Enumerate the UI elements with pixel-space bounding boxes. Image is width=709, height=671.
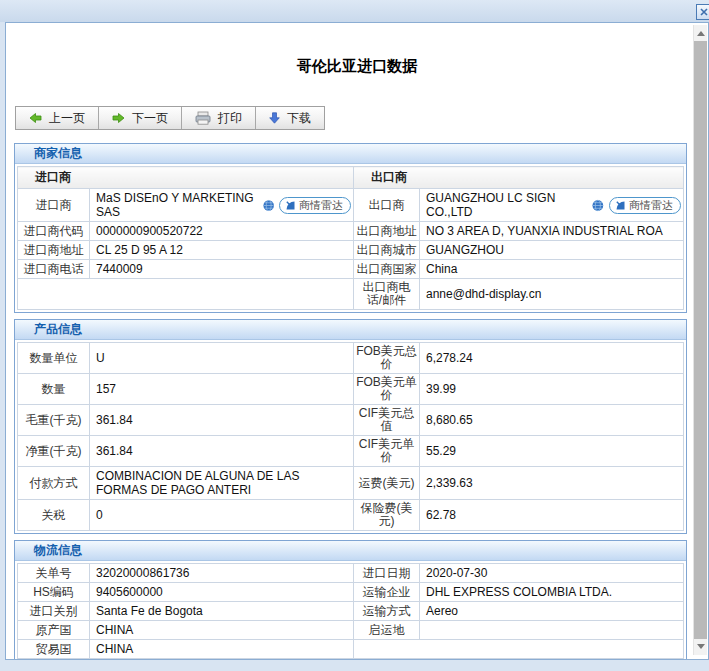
field-value: Santa Fe de Bogota — [90, 602, 354, 621]
table-row: 贸易国 CHINA — [18, 640, 684, 659]
field-label: 数量 — [18, 374, 90, 405]
radar-icon — [615, 200, 626, 211]
table-row: 付款方式 COMBINACION DE ALGUNA DE LAS FORMAS… — [18, 467, 684, 500]
table-row: 进口商 MaS DISEnO Y MARKETING SAS — [18, 189, 684, 222]
field-value: 2,339.63 — [420, 467, 684, 500]
field-label: 运费(美元) — [354, 467, 420, 500]
radar-badge-label: 商情雷达 — [629, 198, 673, 212]
window-title-strip — [0, 0, 709, 22]
section-logistics-info: 物流信息 关单号 32020000861736 进口日期 2020-07-30 … — [14, 540, 687, 660]
product-table: 数量单位 U FOB美元总价 6,278.24 数量 157 FOB美元单价 3… — [17, 342, 684, 531]
table-row: 进口商 出口商 — [18, 167, 684, 189]
importer-name-cell: MaS DISEnO Y MARKETING SAS — [90, 189, 354, 222]
table-row: 原产国 CHINA 启运地 — [18, 621, 684, 640]
field-value: 0000000900520722 — [90, 222, 354, 241]
vertical-scrollbar[interactable] — [693, 25, 707, 655]
import-record-panel: 哥伦比亚进口数据 上一页 下一页 打印 下载 — [5, 22, 709, 660]
field-value: U — [90, 343, 354, 374]
field-label: 运输方式 — [354, 602, 420, 621]
table-row: 出口商电话/邮件 anne@dhd-display.cn — [18, 279, 684, 310]
table-row: 进口关别 Santa Fe de Bogota 运输方式 Aereo — [18, 602, 684, 621]
logistics-section-header: 物流信息 — [15, 541, 686, 561]
next-page-button[interactable]: 下一页 — [99, 107, 182, 129]
field-label: 出口商国家 — [354, 260, 420, 279]
field-label: 进口商地址 — [18, 241, 90, 260]
prev-page-button[interactable]: 上一页 — [16, 107, 99, 129]
field-value: 361.84 — [90, 436, 354, 467]
scroll-down-button[interactable] — [696, 642, 705, 651]
print-button[interactable]: 打印 — [182, 107, 256, 129]
field-value: 62.78 — [420, 500, 684, 531]
table-row: 关税 0 保险费(美元) 62.78 — [18, 500, 684, 531]
radar-icon — [285, 200, 296, 211]
page-title: 哥伦比亚进口数据 — [6, 23, 708, 77]
download-button[interactable]: 下载 — [256, 107, 324, 129]
field-value: 361.84 — [90, 405, 354, 436]
prev-arrow-icon — [29, 112, 42, 124]
radar-badge-label: 商情雷达 — [299, 198, 343, 212]
field-label: FOB美元总价 — [354, 343, 420, 374]
empty-cell — [354, 640, 684, 659]
scroll-up-button[interactable] — [696, 29, 705, 38]
scroll-down-icon — [697, 644, 705, 649]
field-value: 55.29 — [420, 436, 684, 467]
field-value: China — [420, 260, 684, 279]
table-row: 进口商地址 CL 25 D 95 A 12 出口商城市 GUANGZHOU — [18, 241, 684, 260]
prev-page-label: 上一页 — [49, 110, 85, 127]
field-label: 运输企业 — [354, 583, 420, 602]
globe-icon[interactable] — [263, 199, 274, 212]
field-value: 2020-07-30 — [420, 564, 684, 583]
scroll-up-icon — [697, 31, 705, 36]
radar-badge-button[interactable]: 商情雷达 — [279, 197, 351, 214]
field-label: 保险费(美元) — [354, 500, 420, 531]
next-arrow-icon — [112, 112, 125, 124]
field-label: 进口商电话 — [18, 260, 90, 279]
radar-badge-button[interactable]: 商情雷达 — [609, 197, 681, 214]
scrollbar-thumb[interactable] — [694, 41, 707, 639]
printer-icon — [195, 111, 211, 125]
field-label: 付款方式 — [18, 467, 90, 500]
exporter-name-cell: GUANGZHOU LC SIGN CO.,LTD — [420, 189, 684, 222]
table-row: 净重(千克) 361.84 CIF美元单价 55.29 — [18, 436, 684, 467]
table-row: 数量 157 FOB美元单价 39.99 — [18, 374, 684, 405]
field-label: 出口商地址 — [354, 222, 420, 241]
field-value: NO 3 AREA D, YUANXIA INDUSTRIAL ROA — [420, 222, 684, 241]
table-row: 进口商代码 0000000900520722 出口商地址 NO 3 AREA D… — [18, 222, 684, 241]
field-value — [420, 621, 684, 640]
table-row: 毛重(千克) 361.84 CIF美元总值 8,680.65 — [18, 405, 684, 436]
field-value: 39.99 — [420, 374, 684, 405]
close-icon — [699, 7, 709, 17]
field-label: 启运地 — [354, 621, 420, 640]
table-row: HS编码 9405600000 运输企业 DHL EXPRESS COLOMBI… — [18, 583, 684, 602]
section-merchant-info: 商家信息 进口商 出口商 进口商 MaS DISEnO Y MARKETING … — [14, 143, 687, 313]
field-label: CIF美元单价 — [354, 436, 420, 467]
importer-subheader: 进口商 — [18, 167, 354, 189]
field-value: CHINA — [90, 621, 354, 640]
field-label: 数量单位 — [18, 343, 90, 374]
toolbar: 上一页 下一页 打印 下载 — [15, 106, 325, 130]
download-label: 下载 — [287, 110, 311, 127]
field-label: HS编码 — [18, 583, 90, 602]
field-label: 进口商 — [18, 189, 90, 222]
field-value: 32020000861736 — [90, 564, 354, 583]
globe-icon[interactable] — [592, 199, 604, 212]
field-label: 关单号 — [18, 564, 90, 583]
next-page-label: 下一页 — [132, 110, 168, 127]
field-value: 0 — [90, 500, 354, 531]
merchant-table: 进口商 出口商 进口商 MaS DISEnO Y MARKETING SAS — [17, 166, 684, 310]
close-button[interactable] — [696, 4, 709, 20]
field-value: 6,278.24 — [420, 343, 684, 374]
field-label: 贸易国 — [18, 640, 90, 659]
table-row: 关单号 32020000861736 进口日期 2020-07-30 — [18, 564, 684, 583]
field-label: 出口商 — [354, 189, 420, 222]
field-label: 出口商城市 — [354, 241, 420, 260]
field-value: GUANGZHOU — [420, 241, 684, 260]
field-label: 进口关别 — [18, 602, 90, 621]
field-label: 原产国 — [18, 621, 90, 640]
field-value: 9405600000 — [90, 583, 354, 602]
field-value: DHL EXPRESS COLOMBIA LTDA. — [420, 583, 684, 602]
print-label: 打印 — [218, 110, 242, 127]
field-value: 157 — [90, 374, 354, 405]
field-value: 8,680.65 — [420, 405, 684, 436]
field-label: 出口商电话/邮件 — [354, 279, 420, 310]
